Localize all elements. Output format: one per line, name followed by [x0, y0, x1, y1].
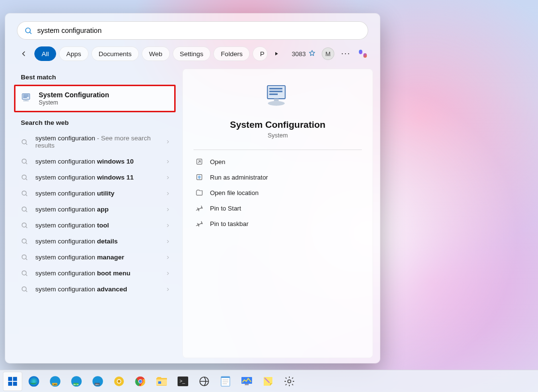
web-result-item[interactable]: system configuration - See more search r…	[14, 130, 176, 153]
msconfig-large-icon	[264, 84, 292, 112]
rewards-points[interactable]: 3083	[292, 50, 316, 58]
chevron-right-icon	[165, 159, 171, 165]
tab-web[interactable]: Web	[142, 46, 170, 61]
action-open-location[interactable]: Open file location	[194, 185, 362, 200]
action-pin-taskbar-label: Pin to taskbar	[210, 220, 249, 227]
search-icon	[21, 190, 30, 197]
action-run-admin-label: Run as administrator	[210, 174, 268, 181]
action-open[interactable]: Open	[194, 154, 362, 169]
svg-rect-3	[22, 93, 30, 99]
svg-point-21	[22, 239, 27, 243]
taskbar-file-explorer-icon[interactable]	[152, 372, 171, 391]
results-left-pane: Best match System Configuration System	[12, 69, 178, 358]
action-open-location-label: Open file location	[210, 189, 258, 196]
user-avatar[interactable]: M	[322, 47, 334, 60]
tab-apps[interactable]: Apps	[59, 46, 89, 61]
svg-line-1	[30, 32, 31, 33]
web-result-text: system configuration details	[35, 238, 159, 245]
svg-rect-30	[269, 88, 283, 90]
folder-icon	[195, 189, 203, 196]
svg-point-41	[29, 376, 39, 387]
taskbar-terminal-icon[interactable]: >_	[173, 372, 193, 391]
msconfig-icon	[20, 92, 33, 105]
svg-rect-58	[158, 381, 161, 384]
svg-point-13	[22, 175, 27, 180]
tab-settings[interactable]: Settings	[173, 46, 211, 61]
detail-title: System Configuration	[230, 120, 325, 130]
best-match-result[interactable]: System Configuration System	[14, 85, 176, 112]
svg-rect-57	[156, 379, 167, 385]
svg-point-19	[22, 223, 27, 227]
web-result-item[interactable]: system configuration manager	[14, 249, 176, 265]
svg-point-25	[22, 271, 27, 275]
action-run-admin[interactable]: Run as administrator	[194, 169, 362, 185]
search-input[interactable]	[37, 27, 361, 34]
svg-text:CAN: CAN	[52, 383, 57, 385]
tabs-scroll-right[interactable]	[270, 46, 282, 61]
pin-icon	[195, 220, 203, 227]
svg-rect-33	[274, 99, 279, 101]
web-result-item[interactable]: system configuration app	[14, 201, 176, 217]
search-icon	[21, 138, 30, 146]
more-button[interactable]: ···	[340, 48, 352, 60]
web-result-item[interactable]: system configuration utility	[14, 185, 176, 201]
open-icon	[195, 158, 203, 166]
best-match-subtitle: System	[39, 99, 109, 106]
svg-marker-2	[275, 52, 278, 56]
search-icon	[21, 270, 30, 277]
taskbar-edge-beta-icon[interactable]: BETA	[67, 372, 86, 391]
taskbar-edge-canary-icon[interactable]: CAN	[45, 372, 65, 391]
tab-all[interactable]: All	[34, 46, 56, 61]
svg-line-26	[26, 274, 27, 276]
svg-point-11	[22, 159, 27, 164]
svg-point-56	[139, 379, 142, 382]
chevron-right-icon	[165, 271, 171, 276]
web-result-text: system configuration windows 10	[35, 158, 159, 165]
tab-documents[interactable]: Documents	[91, 46, 139, 61]
tab-folders[interactable]: Folders	[213, 46, 250, 61]
taskbar-chrome-canary-icon[interactable]	[109, 372, 129, 391]
web-result-item[interactable]: system configuration tool	[14, 217, 176, 233]
taskbar-edge-dev-icon[interactable]: DEV	[88, 372, 107, 391]
web-result-item[interactable]: system configuration details	[14, 233, 176, 249]
chevron-right-icon	[165, 207, 171, 212]
svg-rect-63	[221, 377, 230, 378]
svg-line-16	[26, 195, 27, 196]
svg-point-53	[118, 380, 120, 383]
search-icon	[21, 238, 30, 245]
svg-rect-8	[23, 100, 29, 101]
svg-rect-39	[8, 381, 12, 385]
web-result-text: system configuration tool	[35, 222, 159, 229]
taskbar-chatgpt-icon[interactable]	[194, 372, 214, 391]
search-icon	[21, 222, 30, 229]
detail-subtitle: System	[268, 132, 288, 139]
taskbar-settings-icon[interactable]	[280, 372, 299, 391]
tab-photos-partial[interactable]: P	[253, 46, 268, 61]
svg-line-12	[26, 163, 27, 164]
copilot-icon[interactable]	[358, 48, 368, 59]
taskbar-sticky-notes-icon[interactable]	[258, 372, 278, 391]
action-pin-start[interactable]: Pin to Start	[194, 200, 362, 216]
web-result-item[interactable]: system configuration windows 10	[14, 153, 176, 169]
svg-point-23	[22, 255, 27, 259]
back-button[interactable]	[17, 47, 30, 60]
svg-text:BETA: BETA	[73, 383, 78, 385]
svg-point-9	[22, 139, 27, 144]
start-button[interactable]	[3, 372, 22, 391]
taskbar-notepad-icon[interactable]	[216, 372, 235, 391]
web-result-item[interactable]: system configuration windows 11	[14, 169, 176, 185]
web-result-text: system configuration manager	[35, 254, 159, 261]
chevron-right-icon	[165, 191, 171, 196]
search-icon	[21, 254, 30, 261]
svg-rect-6	[23, 97, 27, 97]
search-bar[interactable]	[17, 21, 368, 40]
action-pin-taskbar[interactable]: Pin to taskbar	[194, 216, 362, 231]
web-result-item[interactable]: system configuration advanced	[14, 281, 176, 297]
svg-text:>_: >_	[179, 378, 185, 384]
taskbar-edge-icon[interactable]	[24, 372, 44, 391]
web-result-text: system configuration windows 11	[35, 174, 159, 181]
web-result-item[interactable]: system configuration boot menu	[14, 265, 176, 281]
taskbar-monitor-icon[interactable]	[237, 372, 256, 391]
taskbar-chrome-icon[interactable]	[131, 372, 150, 391]
chevron-right-icon	[165, 223, 171, 228]
